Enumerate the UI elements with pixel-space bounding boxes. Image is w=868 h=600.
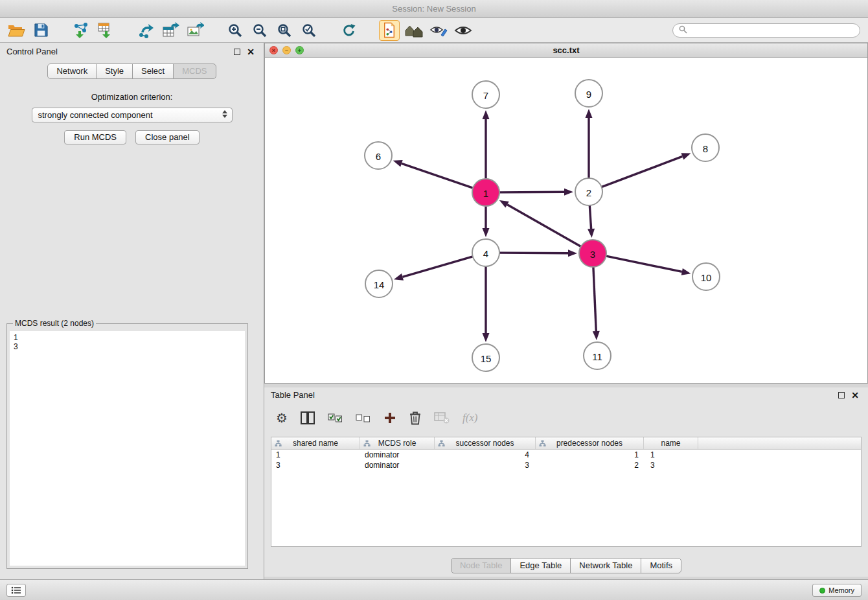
cell-predecessor-nodes[interactable]: 1 [536,450,644,460]
network-canvas[interactable]: 7968124314101511 [265,58,867,383]
close-panel-icon[interactable]: ✕ [247,46,255,58]
tab-network-table[interactable]: Network Table [570,558,641,573]
column-header-label: shared name [293,439,338,448]
window-controls: × − + [269,46,304,54]
cell-name[interactable]: 3 [644,460,698,470]
cell-predecessor-nodes[interactable]: 2 [536,460,644,470]
session-titlebar: Session: New Session [0,0,868,18]
table-row[interactable]: 1dominator411 [271,450,861,460]
tab-select[interactable]: Select [132,63,174,79]
zoom-in-icon[interactable] [225,20,246,41]
mcds-result-text[interactable]: 1 3 [10,331,245,566]
mcds-result-group: MCDS result (2 nodes) 1 3 [6,319,248,569]
column-header-label: successor nodes [455,439,514,448]
cell-mcds-role[interactable]: dominator [360,460,435,470]
settings-gear-icon[interactable]: ⚙ [276,411,288,424]
table-panel: Table Panel ✕ ⚙ f(x) shared name [264,387,868,577]
search-input[interactable] [691,26,854,35]
tab-style[interactable]: Style [96,63,133,79]
close-panel-button[interactable]: Close panel [135,130,200,144]
graph-edge-3-11[interactable] [593,267,596,331]
edit-style-icon[interactable] [428,20,449,41]
tab-node-table[interactable]: Node Table [451,558,512,573]
delete-column-icon[interactable] [409,411,421,425]
graph-node-label-3: 3 [590,249,595,260]
graph-edge-4-14[interactable] [403,257,473,277]
column-header-successor-nodes[interactable]: successor nodes [435,437,536,449]
tab-network[interactable]: Network [47,63,97,79]
network-window-title: scc.txt [553,45,579,55]
add-column-icon[interactable] [383,411,396,424]
cell-successor-nodes[interactable]: 4 [435,450,536,460]
export-image-icon[interactable] [185,20,205,41]
graph-edge-arrowhead [568,249,577,257]
minimize-window-button[interactable]: − [282,46,291,54]
column-header-shared-name[interactable]: shared name [271,437,360,449]
zoom-window-button[interactable]: + [295,46,304,54]
apply-layout-icon[interactable] [339,20,360,41]
graph-node-label-14: 14 [374,279,385,290]
cell-successor-nodes[interactable]: 3 [435,460,536,470]
deselect-all-columns-icon[interactable] [356,413,371,423]
cell-mcds-role[interactable]: dominator [360,450,435,460]
delete-table-icon [434,412,450,424]
select-arrows-icon [222,110,227,118]
tab-edge-table[interactable]: Edge Table [510,558,571,573]
network-window-titlebar[interactable]: × − + scc.txt [265,43,867,58]
table-row[interactable]: 3dominator323 [271,460,861,470]
open-session-icon[interactable] [6,20,27,41]
table-body: 1dominator4113dominator323 [271,450,861,470]
close-table-panel-icon[interactable]: ✕ [851,389,859,401]
show-graphics-icon[interactable] [453,20,474,41]
graph-edge-3-1[interactable] [507,205,581,247]
graph-node-label-6: 6 [376,151,381,162]
panel-list-button[interactable] [6,584,26,597]
graph-edge-arrowhead [483,228,490,237]
function-builder-icon: f(x) [463,411,478,424]
table-panel-header: Table Panel ✕ [264,387,868,403]
import-network-icon[interactable] [71,20,91,41]
control-panel-tabs: Network Style Select MCDS [0,61,264,79]
run-mcds-button[interactable]: Run MCDS [64,130,126,144]
cell-shared-name[interactable]: 3 [271,460,360,470]
network-document-icon[interactable] [379,20,400,41]
graph-edge-arrowhead [593,331,600,340]
cell-name[interactable]: 1 [644,450,698,460]
column-layout-icon[interactable] [301,411,315,424]
home-view-icon[interactable] [404,20,424,41]
column-header-mcds-role[interactable]: MCDS role [360,437,435,449]
import-table-icon[interactable] [95,20,116,41]
memory-button[interactable]: Memory [812,584,862,597]
float-table-panel-button[interactable] [838,392,845,398]
tab-mcds[interactable]: MCDS [173,63,216,79]
graph-node-label-8: 8 [703,143,708,154]
control-panel-title: Control Panel [6,43,58,61]
export-table-icon[interactable] [160,20,181,41]
graph-edge-2-3[interactable] [589,205,591,229]
graph-edge-3-10[interactable] [606,256,682,271]
graph-edge-4-3[interactable] [499,253,568,253]
graph-node-label-11: 11 [592,351,602,362]
close-window-button[interactable]: × [269,46,278,54]
export-network-icon[interactable] [135,20,156,41]
column-header-name[interactable]: name [644,437,698,449]
save-session-icon[interactable] [30,20,51,41]
control-panel: Control Panel ✕ Network Style Select MCD… [0,43,264,579]
float-panel-button[interactable] [234,49,240,55]
graph-edge-arrowhead [586,109,593,118]
graph-edge-1-6[interactable] [402,163,473,188]
select-all-columns-icon[interactable] [328,413,343,423]
cell-shared-name[interactable]: 1 [271,450,360,460]
graph-edge-1-2[interactable] [499,192,564,192]
zoom-out-icon[interactable] [249,20,270,41]
main-toolbar [0,18,868,43]
search-box[interactable] [672,23,860,38]
column-header-predecessor-nodes[interactable]: predecessor nodes [536,437,644,449]
optimization-criterion-select[interactable]: strongly connected component [32,108,233,122]
graph-edge-2-8[interactable] [602,156,683,187]
table-panel-tabs: Node Table Edge Table Network Table Moti… [264,558,868,573]
zoom-fit-icon[interactable] [274,20,295,41]
zoom-selected-icon[interactable] [299,20,319,41]
tab-motifs[interactable]: Motifs [641,558,681,573]
session-title: Session: New Session [392,4,475,14]
